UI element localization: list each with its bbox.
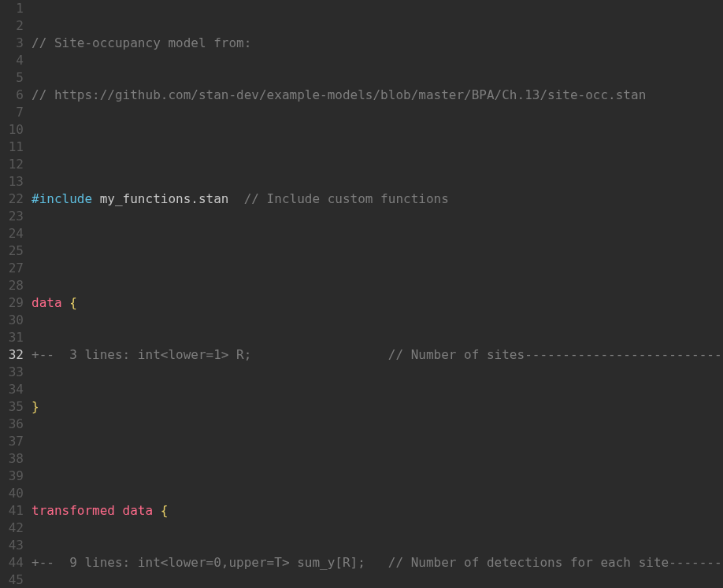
line-number: 13: [0, 173, 24, 190]
line-number: 5: [0, 69, 24, 87]
code-line[interactable]: [28, 242, 723, 260]
code-line[interactable]: #include my_functions.stan // Include cu…: [28, 190, 723, 208]
brace-close: }: [32, 399, 39, 414]
line-number: 23: [0, 208, 24, 225]
line-number: 12: [0, 156, 24, 173]
line-number: 24: [0, 225, 24, 242]
fold-line[interactable]: +-- 9 lines: int<lower=0,upper=T> sum_y[…: [28, 554, 723, 571]
code-line[interactable]: data {: [28, 294, 723, 312]
keyword-transformed: transformed: [32, 503, 115, 518]
code-line[interactable]: }: [28, 398, 723, 416]
line-number: 35: [0, 398, 24, 416]
line-number: 33: [0, 364, 24, 381]
code-line[interactable]: [28, 450, 723, 468]
line-number: 36: [0, 416, 24, 433]
include-filename: my_functions.stan: [92, 191, 228, 206]
fold-summary: +-- 9 lines: int<lower=0,upper=T> sum_y[…: [32, 555, 723, 570]
line-number: 29: [0, 294, 24, 312]
code-line[interactable]: [28, 139, 723, 156]
line-number: 31: [0, 329, 24, 346]
line-number: 6: [0, 87, 24, 104]
comment-text: // Site-occupancy model from:: [32, 35, 251, 50]
line-number-gutter: 1 2 3 4 5 6 7 10 11 12 13 22 23 24 25 27…: [0, 0, 28, 588]
line-number: 45: [0, 571, 24, 588]
line-number: 30: [0, 312, 24, 329]
brace-open: {: [153, 503, 168, 518]
line-number: 3: [0, 35, 24, 52]
line-number: 34: [0, 381, 24, 398]
line-number: 1: [0, 0, 24, 17]
line-number: 11: [0, 139, 24, 156]
line-number: 28: [0, 277, 24, 294]
line-number: 27: [0, 260, 24, 277]
line-number: 2: [0, 17, 24, 35]
brace-open: {: [62, 295, 77, 310]
line-number: 7: [0, 104, 24, 121]
line-number: 4: [0, 52, 24, 69]
code-editor[interactable]: 1 2 3 4 5 6 7 10 11 12 13 22 23 24 25 27…: [0, 0, 723, 588]
line-number-current: 32: [0, 346, 24, 364]
keyword-data: data: [115, 503, 153, 518]
line-number: 10: [0, 121, 24, 139]
comment-text: // Include custom functions: [228, 191, 448, 206]
line-number: 41: [0, 502, 24, 520]
keyword-data: data: [32, 295, 62, 310]
fold-summary: +-- 3 lines: int<lower=1> R; // Number o…: [32, 347, 723, 362]
code-line[interactable]: // Site-occupancy model from:: [28, 35, 723, 52]
line-number: 42: [0, 520, 24, 537]
line-number: 43: [0, 537, 24, 554]
code-line[interactable]: transformed data {: [28, 502, 723, 520]
fold-line[interactable]: +-- 3 lines: int<lower=1> R; // Number o…: [28, 346, 723, 364]
line-number: 38: [0, 450, 24, 468]
preproc-directive: #include: [32, 191, 92, 206]
line-number: 25: [0, 242, 24, 260]
line-number: 44: [0, 554, 24, 571]
code-line[interactable]: // https://github.com/stan-dev/example-m…: [28, 87, 723, 104]
line-number: 22: [0, 190, 24, 208]
comment-text: // https://github.com/stan-dev/example-m…: [32, 87, 646, 102]
line-number: 37: [0, 433, 24, 450]
code-area[interactable]: // Site-occupancy model from: // https:/…: [28, 0, 723, 588]
line-number: 40: [0, 485, 24, 502]
line-number: 39: [0, 468, 24, 485]
